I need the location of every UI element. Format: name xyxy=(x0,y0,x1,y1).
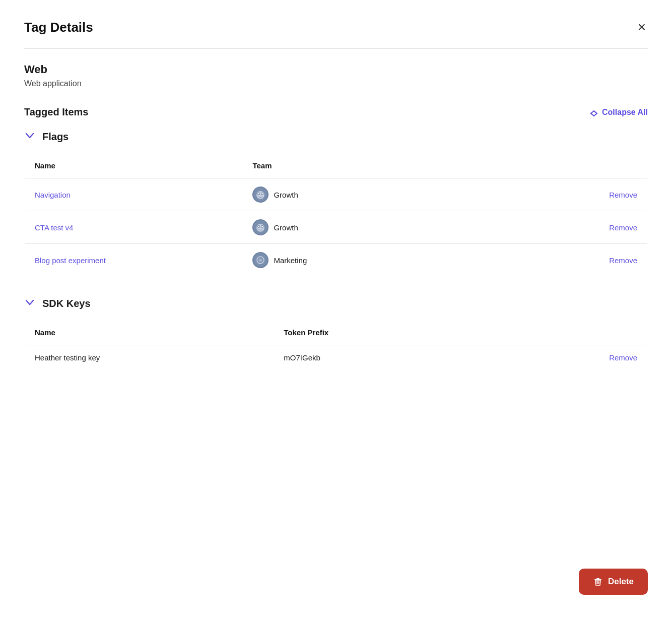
svg-point-5 xyxy=(262,193,263,195)
tagged-items-header: Tagged Items Collapse All xyxy=(24,106,648,118)
flag-remove-button[interactable]: Remove xyxy=(609,223,637,232)
flag-name-link[interactable]: Blog post experiment xyxy=(35,256,106,265)
flags-col-action xyxy=(554,153,648,178)
flag-name-cell: Navigation xyxy=(25,178,243,211)
svg-point-11 xyxy=(262,226,263,227)
svg-rect-15 xyxy=(596,578,599,579)
sdk-section-title: SDK Keys xyxy=(42,298,91,310)
team-name: Growth xyxy=(274,223,298,232)
flag-name-cell: Blog post experiment xyxy=(25,244,243,277)
tag-info: Web Web application xyxy=(24,63,648,88)
sdk-remove-button[interactable]: Remove xyxy=(609,353,637,362)
team-avatar xyxy=(252,252,268,268)
sdk-token: mO7IGekb xyxy=(284,353,320,362)
flags-table-row: Blog post experiment Marketing Remove xyxy=(25,244,648,277)
tag-name: Web xyxy=(24,63,648,76)
flag-remove-cell: Remove xyxy=(554,244,648,277)
flag-team-cell: Marketing xyxy=(242,244,554,277)
collapse-all-icon xyxy=(589,107,599,117)
flags-table-row: CTA test v4 Growth Remove xyxy=(25,211,648,244)
sdk-name-cell: Heather testing key xyxy=(25,345,274,370)
team-name: Marketing xyxy=(274,256,307,265)
modal-container: Tag Details × Web Web application Tagged… xyxy=(0,0,672,619)
modal-header: Tag Details × xyxy=(24,18,648,36)
sdk-name: Heather testing key xyxy=(35,353,100,362)
flags-section-title: Flags xyxy=(42,131,69,143)
tag-description: Web application xyxy=(24,79,648,88)
flags-table: Name Team Navigation Growth xyxy=(24,153,648,277)
tagged-items-title: Tagged Items xyxy=(24,106,88,118)
flags-section-header[interactable]: Flags xyxy=(24,130,648,144)
collapse-all-button[interactable]: Collapse All xyxy=(589,107,648,117)
flag-team-cell: Growth xyxy=(242,178,554,211)
flags-chevron-icon xyxy=(24,130,35,144)
team-info: Marketing xyxy=(252,252,544,268)
flag-name-link[interactable]: Navigation xyxy=(35,191,71,199)
sdk-table: Name Token Prefix Heather testing key mO… xyxy=(24,320,648,370)
sdk-section-header[interactable]: SDK Keys xyxy=(24,297,648,311)
flag-remove-cell: Remove xyxy=(554,178,648,211)
team-avatar xyxy=(252,187,268,203)
flag-team-cell: Growth xyxy=(242,211,554,244)
sdk-table-header-row: Name Token Prefix xyxy=(25,320,648,345)
flag-remove-button[interactable]: Remove xyxy=(609,256,637,265)
sdk-table-row: Heather testing key mO7IGekb Remove xyxy=(25,345,648,370)
flags-table-row: Navigation Growth Remove xyxy=(25,178,648,211)
team-name: Growth xyxy=(274,191,298,199)
svg-point-7 xyxy=(257,224,265,232)
sdk-col-name: Name xyxy=(25,320,274,345)
delete-button[interactable]: Delete xyxy=(579,569,648,595)
sdk-remove-cell: Remove xyxy=(523,345,647,370)
sdk-col-token: Token Prefix xyxy=(274,320,523,345)
flags-table-header-row: Name Team xyxy=(25,153,648,178)
header-divider xyxy=(24,48,648,49)
flag-remove-cell: Remove xyxy=(554,211,648,244)
flags-col-name: Name xyxy=(25,153,243,178)
modal-title: Tag Details xyxy=(24,20,93,35)
delete-icon xyxy=(593,577,603,587)
sdk-token-cell: mO7IGekb xyxy=(274,345,523,370)
flag-name-link[interactable]: CTA test v4 xyxy=(35,223,73,232)
sdk-chevron-icon xyxy=(24,297,35,311)
flag-name-cell: CTA test v4 xyxy=(25,211,243,244)
team-avatar xyxy=(252,219,268,235)
sdk-col-action xyxy=(523,320,647,345)
sdk-section: SDK Keys Name Token Prefix Heather testi… xyxy=(24,297,648,370)
close-button[interactable]: × xyxy=(636,18,648,36)
svg-point-4 xyxy=(258,193,260,195)
svg-point-10 xyxy=(258,226,260,227)
flags-section: Flags Name Team Navigation xyxy=(24,130,648,277)
flags-col-team: Team xyxy=(242,153,554,178)
svg-point-1 xyxy=(257,191,265,199)
team-info: Growth xyxy=(252,219,544,235)
flag-remove-button[interactable]: Remove xyxy=(609,191,637,199)
team-info: Growth xyxy=(252,187,544,203)
